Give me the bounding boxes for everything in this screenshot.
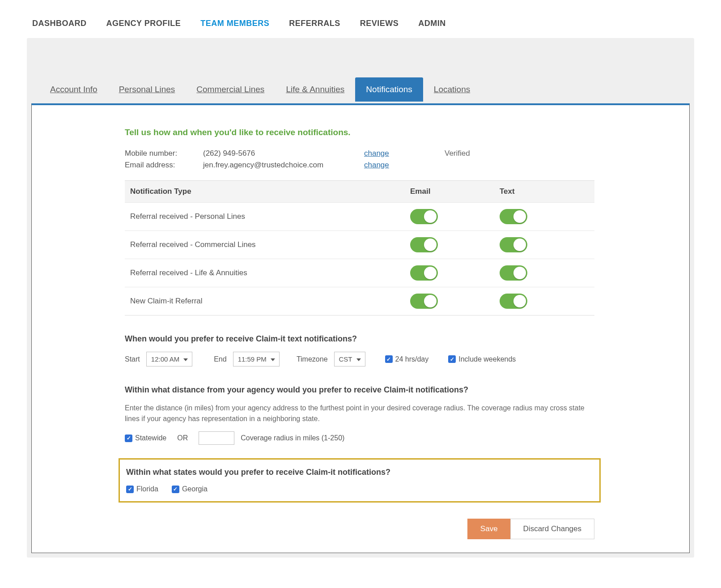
main-nav: DASHBOARD AGENCY PROFILE TEAM MEMBERS RE… [27,16,694,38]
tab-account-info[interactable]: Account Info [39,77,108,102]
toggle-email-commercial[interactable] [410,237,438,252]
states-highlight-box: Within what states would you prefer to r… [119,458,601,503]
state-prefs-title: Within what states would you prefer to r… [126,468,593,477]
col-type: Notification Type [130,187,410,196]
start-label: Start [125,355,140,363]
intro-text: Tell us how and when you'd like to recei… [125,128,594,137]
notif-type-label: Referral received - Personal Lines [130,212,410,221]
subtabs: Account Info Personal Lines Commercial L… [39,77,481,102]
allday-label: 24 hrs/day [395,355,429,363]
col-text: Text [500,187,589,196]
statewide-checkbox[interactable] [125,435,132,442]
timezone-label: Timezone [297,355,328,363]
distance-helper: Enter the distance (in miles) from your … [125,403,594,424]
email-label: Email address: [125,161,203,170]
tab-locations[interactable]: Locations [423,77,481,102]
state-florida-label: Florida [136,485,158,493]
change-mobile-link[interactable]: change [364,149,445,158]
toggle-email-claimit[interactable] [410,294,438,309]
or-text: OR [177,434,188,442]
col-email: Email [410,187,500,196]
end-time-select[interactable]: 11:59 PM [233,352,280,366]
nav-reviews[interactable]: REVIEWS [360,19,399,28]
weekends-label: Include weekends [458,355,516,363]
end-label: End [214,355,226,363]
table-row: Referral received - Personal Lines [125,202,594,230]
table-row: Referral received - Life & Annuities [125,259,594,287]
table-row: Referral received - Commercial Lines [125,230,594,259]
notifications-panel: Tell us how and when you'd like to recei… [31,103,690,553]
state-georgia-label: Georgia [182,485,208,493]
notification-table: Notification Type Email Text Referral re… [125,180,594,315]
tab-personal-lines[interactable]: Personal Lines [108,77,186,102]
statewide-label: Statewide [135,434,166,442]
radius-input[interactable] [199,431,234,445]
nav-team-members[interactable]: TEAM MEMBERS [200,19,269,28]
mobile-verified-status: Verified [445,149,470,158]
toggle-text-personal[interactable] [500,209,527,224]
radius-label: Coverage radius in miles (1-250) [241,434,344,442]
toggle-email-life[interactable] [410,265,438,281]
toggle-text-commercial[interactable] [500,237,527,252]
start-time-select[interactable]: 12:00 AM [146,352,192,366]
toggle-email-personal[interactable] [410,209,438,224]
notif-type-label: New Claim-it Referral [130,297,410,306]
nav-admin[interactable]: ADMIN [418,19,446,28]
save-button[interactable]: Save [467,519,511,539]
nav-agency-profile[interactable]: AGENCY PROFILE [106,19,181,28]
weekends-checkbox[interactable] [448,355,456,363]
toggle-text-life[interactable] [500,265,527,281]
tab-commercial-lines[interactable]: Commercial Lines [186,77,275,102]
distance-prefs-title: Within what distance from your agency wo… [125,385,594,395]
mobile-value: (262) 949-5676 [203,149,364,158]
timezone-select[interactable]: CST [334,352,365,366]
table-row: New Claim-it Referral [125,287,594,315]
toggle-text-claimit[interactable] [500,294,527,309]
notif-type-label: Referral received - Commercial Lines [130,240,410,249]
tab-life-annuities[interactable]: Life & Annuities [275,77,355,102]
discard-button[interactable]: Discard Changes [510,519,594,539]
change-email-link[interactable]: change [364,161,445,170]
nav-referrals[interactable]: REFERRALS [289,19,340,28]
state-georgia-checkbox[interactable] [172,486,179,493]
page-body: Account Info Personal Lines Commercial L… [27,38,694,558]
state-florida-checkbox[interactable] [126,486,134,493]
time-prefs-title: When would you prefer to receive Claim-i… [125,334,594,344]
allday-checkbox[interactable] [385,355,393,363]
nav-dashboard[interactable]: DASHBOARD [32,19,87,28]
email-value: jen.frey.agency@trustedchoice.com [203,161,364,170]
mobile-label: Mobile number: [125,149,203,158]
notif-type-label: Referral received - Life & Annuities [130,268,410,277]
tab-notifications[interactable]: Notifications [355,77,423,102]
